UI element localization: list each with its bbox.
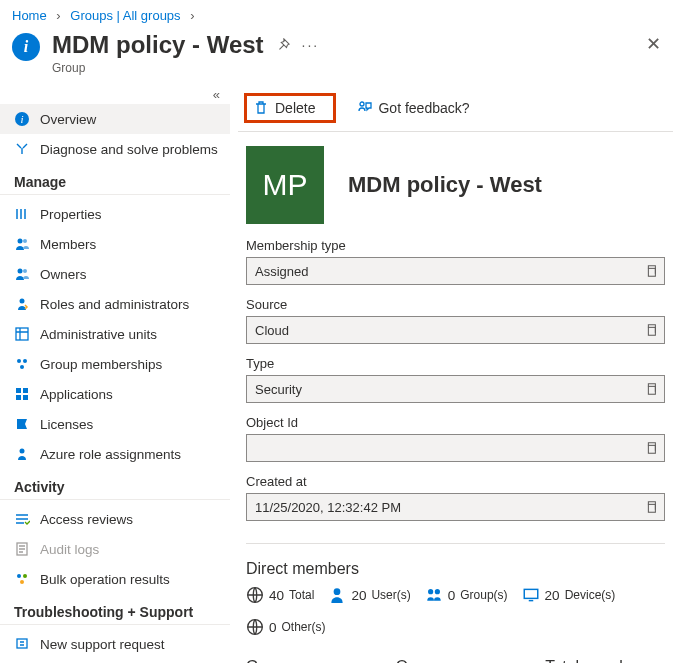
field-label: Source <box>246 297 665 312</box>
svg-rect-14 <box>23 395 28 400</box>
chevron-right-icon: › <box>190 8 194 23</box>
group-avatar: MP <box>246 146 324 224</box>
field-value-box: Cloud <box>246 316 665 344</box>
breadcrumb: Home › Groups | All groups › <box>0 0 681 27</box>
svg-point-3 <box>23 239 27 243</box>
breadcrumb-groups[interactable]: Groups | All groups <box>70 8 180 23</box>
stat-number: 40 <box>269 588 284 603</box>
feedback-label: Got feedback? <box>378 100 469 116</box>
group-icon <box>425 586 443 604</box>
copy-icon[interactable] <box>644 441 658 455</box>
svg-point-2 <box>18 239 23 244</box>
svg-point-6 <box>20 299 25 304</box>
sidebar-label: Azure role assignments <box>40 447 181 462</box>
svg-rect-12 <box>23 388 28 393</box>
stat-number: 0 <box>269 620 277 635</box>
field-membership-type: Membership type Assigned <box>238 234 673 293</box>
stat-devices[interactable]: 20 Device(s) <box>522 586 616 604</box>
copy-icon[interactable] <box>644 264 658 278</box>
azure-role-icon <box>14 446 30 462</box>
sidebar-label: Applications <box>40 387 113 402</box>
diagnose-icon <box>14 141 30 157</box>
overview-icon: i <box>14 111 30 127</box>
feedback-button[interactable]: Got feedback? <box>356 100 469 116</box>
sidebar-item-applications[interactable]: Applications <box>0 379 230 409</box>
svg-text:i: i <box>20 113 23 125</box>
page-header: i MDM policy - West Group ··· ✕ <box>0 27 681 87</box>
field-source: Source Cloud <box>238 293 673 352</box>
stat-users[interactable]: 20 User(s) <box>328 586 410 604</box>
sidebar-item-admin-units[interactable]: Administrative units <box>0 319 230 349</box>
sidebar-item-owners[interactable]: Owners <box>0 259 230 289</box>
stat-label: Other(s) <box>282 620 326 634</box>
svg-rect-7 <box>16 328 28 340</box>
pin-icon[interactable] <box>276 38 290 52</box>
field-value-box: Security <box>246 375 665 403</box>
sidebar-item-group-memberships[interactable]: Group memberships <box>0 349 230 379</box>
delete-label: Delete <box>275 100 315 116</box>
sidebar-label: Overview <box>40 112 96 127</box>
field-label: Object Id <box>246 415 665 430</box>
svg-rect-25 <box>648 445 655 453</box>
sidebar-section-manage: Manage <box>0 164 230 195</box>
sidebar-item-properties[interactable]: Properties <box>0 199 230 229</box>
svg-rect-23 <box>648 327 655 335</box>
stat-label: Total <box>289 588 314 602</box>
sidebar-item-licenses[interactable]: Licenses <box>0 409 230 439</box>
collapse-sidebar-button[interactable]: « <box>0 87 230 104</box>
close-icon[interactable]: ✕ <box>646 33 661 55</box>
sidebar-item-audit-logs[interactable]: Audit logs <box>0 534 230 564</box>
svg-rect-26 <box>648 504 655 512</box>
svg-rect-31 <box>524 589 538 598</box>
properties-icon <box>14 206 30 222</box>
feedback-icon <box>356 100 372 116</box>
stat-others[interactable]: 0 Other(s) <box>246 618 326 636</box>
direct-members-stats: 40 Total 20 User(s) 0 Group(s) 20 Device… <box>238 584 673 642</box>
access-reviews-icon <box>14 511 30 527</box>
delete-icon <box>253 100 269 116</box>
copy-icon[interactable] <box>644 323 658 337</box>
field-object-id: Object Id <box>238 411 673 470</box>
breadcrumb-home[interactable]: Home <box>12 8 47 23</box>
stat-label: User(s) <box>371 588 410 602</box>
field-label: Type <box>246 356 665 371</box>
sidebar: « i Overview Diagnose and solve problems… <box>0 87 230 663</box>
hero-section: MP MDM policy - West <box>238 132 673 234</box>
field-value: Assigned <box>255 264 308 279</box>
svg-point-19 <box>20 580 24 584</box>
bulk-results-icon <box>14 571 30 587</box>
sidebar-item-support[interactable]: New support request <box>0 629 230 659</box>
applications-icon <box>14 386 30 402</box>
stat-number: 0 <box>448 588 456 603</box>
sidebar-item-members[interactable]: Members <box>0 229 230 259</box>
audit-logs-icon <box>14 541 30 557</box>
chevron-right-icon: › <box>56 8 60 23</box>
delete-button[interactable]: Delete <box>244 93 336 123</box>
total-members-title: Total members <box>545 652 665 663</box>
sidebar-item-access-reviews[interactable]: Access reviews <box>0 504 230 534</box>
copy-icon[interactable] <box>644 500 658 514</box>
sidebar-item-roles[interactable]: Roles and administrators <box>0 289 230 319</box>
svg-point-17 <box>17 574 21 578</box>
field-value: 11/25/2020, 12:32:42 PM <box>255 500 401 515</box>
svg-point-5 <box>23 269 27 273</box>
sidebar-label: Group memberships <box>40 357 162 372</box>
stat-number: 20 <box>545 588 560 603</box>
bottom-stats-row: Group memberships Owners Total members <box>238 642 673 663</box>
admin-units-icon <box>14 326 30 342</box>
sidebar-label: Properties <box>40 207 102 222</box>
sidebar-item-diagnose[interactable]: Diagnose and solve problems <box>0 134 230 164</box>
sidebar-item-bulk-results[interactable]: Bulk operation results <box>0 564 230 594</box>
main-panel: Delete Got feedback? MP MDM policy - Wes… <box>230 87 681 663</box>
sidebar-item-azure-role[interactable]: Azure role assignments <box>0 439 230 469</box>
more-icon[interactable]: ··· <box>302 37 320 53</box>
stat-groups[interactable]: 0 Group(s) <box>425 586 508 604</box>
svg-point-18 <box>23 574 27 578</box>
field-value: Security <box>255 382 302 397</box>
copy-icon[interactable] <box>644 382 658 396</box>
group-name-heading: MDM policy - West <box>348 172 542 198</box>
stat-total[interactable]: 40 Total <box>246 586 314 604</box>
sidebar-item-overview[interactable]: i Overview <box>0 104 230 134</box>
globe-icon <box>246 586 264 604</box>
sidebar-label: Roles and administrators <box>40 297 189 312</box>
